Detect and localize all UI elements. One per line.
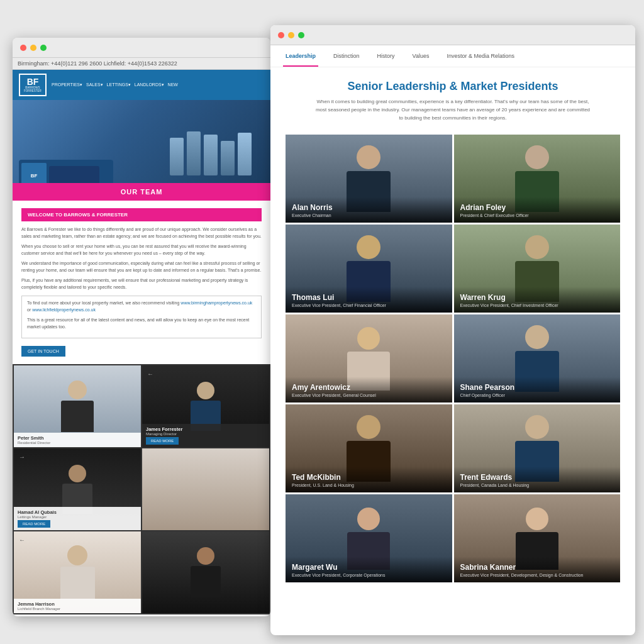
nav-landlords[interactable]: LANDLORDS▾	[135, 82, 164, 87]
right-browser-chrome	[270, 25, 635, 45]
jemma-info: Jemma Harrison Lichfield Branch Manager	[14, 599, 141, 613]
team-card-person6	[142, 531, 269, 613]
team-card-warren-krug[interactable]: Warren Krug Executive Vice President, Ch…	[454, 225, 621, 313]
ted-role: President, U.S. Land & Housing	[292, 483, 446, 487]
team-card-adrian-foley[interactable]: Adrian Foley President & Chief Executive…	[454, 135, 621, 223]
nav-tab-values[interactable]: Values	[410, 45, 432, 67]
logo-text: BF	[27, 77, 39, 86]
shane-name: Shane Pearson	[460, 383, 614, 392]
team-card-thomas-lui[interactable]: Thomas Lui Executive Vice President, Chi…	[286, 225, 452, 313]
james-forrester-title: Managing Director	[146, 432, 265, 436]
alan-norris-overlay: Alan Norris Executive Chairman	[286, 197, 452, 223]
margaret-name: Margaret Wu	[292, 563, 446, 572]
left-browser: Birmingham: +44(0)121 296 2600 Lichfield…	[13, 38, 270, 616]
adrian-foley-role: President & Chief Executive Officer	[460, 213, 614, 218]
nav-links: PROPERTIES▾ SALES▾ LETTINGS▾ LANDLORDS▾ …	[52, 82, 178, 87]
trent-name: Trent Edwards	[460, 473, 614, 482]
nav-tab-investor[interactable]: Investor & Media Relations	[444, 45, 517, 67]
team-card-ted-mckibbin[interactable]: Ted McKibbin President, U.S. Land & Hous…	[286, 404, 452, 492]
james-read-more-button[interactable]: READ MORE	[146, 437, 179, 445]
page-title: Senior Leadership & Market Presidents	[286, 80, 620, 93]
team-card-margaret-wu[interactable]: Margaret Wu Executive Vice President, Co…	[286, 494, 452, 582]
margaret-overlay: Margaret Wu Executive Vice President, Co…	[286, 557, 452, 582]
team-card-james-forrester: ← James Forrester Managing Director READ…	[142, 365, 269, 447]
get-in-touch-button[interactable]: GET IN TOUCH	[21, 346, 65, 357]
right-team-grid: Alan Norris Executive Chairman Adrian Fo…	[286, 135, 620, 582]
hamad-title: Lettings Manager	[18, 515, 137, 519]
sabrina-overlay: Sabrina Kanner Executive Vice President,…	[454, 557, 621, 582]
sabrina-name: Sabrina Kanner	[460, 563, 614, 572]
jemma-name: Jemma Harrison	[18, 601, 137, 607]
thomas-lui-overlay: Thomas Lui Executive Vice President, Chi…	[286, 287, 452, 313]
warren-krug-role: Executive Vice President, Chief Investme…	[460, 303, 614, 308]
left-navbar: BF BARROWS FORRESTER PROPERTIES▾ SALES▾ …	[13, 70, 270, 100]
trent-overlay: Trent Edwards President, Canada Land & H…	[454, 467, 621, 492]
notice-text-1: To find out more about your local proper…	[27, 300, 256, 313]
right-content-area: Senior Leadership & Market Presidents Wh…	[270, 67, 635, 627]
thomas-lui-name: Thomas Lui	[292, 293, 446, 302]
james-forrester-name: James Forrester	[146, 426, 265, 432]
right-close-icon[interactable]	[278, 32, 284, 38]
nav-lettings[interactable]: LETTINGS▾	[107, 82, 131, 87]
hamad-info: Hamad Al Qubais Lettings Manager READ MO…	[14, 507, 141, 530]
right-maximize-icon[interactable]	[298, 32, 304, 38]
amy-name: Amy Arentowicz	[292, 383, 446, 392]
address-text: Birmingham: +44(0)121 296 2600 Lichfield…	[18, 60, 265, 67]
trent-role: President, Canada Land & Housing	[460, 483, 614, 487]
nav-tab-distinction[interactable]: Distinction	[331, 45, 362, 67]
shane-role: Chief Operating Officer	[460, 393, 614, 397]
adrian-foley-overlay: Adrian Foley President & Chief Executive…	[454, 197, 621, 223]
team-card-trent-edwards[interactable]: Trent Edwards President, Canada Land & H…	[454, 404, 621, 492]
notice-box: To find out more about your local proper…	[21, 296, 262, 338]
peter-smith-title: Residential Director	[18, 441, 137, 445]
arrow-left-jemma[interactable]: ←	[19, 536, 25, 543]
left-team-grid: Peter Smith Residential Director ← James…	[13, 364, 270, 614]
arrow-right-hamad[interactable]: →	[19, 453, 25, 460]
minimize-icon[interactable]	[30, 45, 36, 51]
right-browser: Leadership Distinction History Values In…	[270, 25, 635, 635]
ted-name: Ted McKibbin	[292, 473, 446, 482]
arrow-left-james[interactable]: ←	[147, 370, 153, 377]
alan-norris-name: Alan Norris	[292, 203, 446, 212]
nav-properties[interactable]: PROPERTIES▾	[52, 82, 82, 87]
margaret-role: Executive Vice President, Corporate Oper…	[292, 573, 446, 577]
team-card-sabrina-kanner[interactable]: Sabrina Kanner Executive Vice President,…	[454, 494, 621, 582]
team-card-alan-norris[interactable]: Alan Norris Executive Chairman	[286, 135, 452, 223]
team-card-jemma: ← Jemma Harrison Lichfield Branch Manage…	[14, 531, 141, 613]
team-card-shane-pearson[interactable]: Shane Pearson Chief Operating Officer	[454, 314, 621, 402]
notice-text-2: This is a great resource for all of the …	[27, 317, 256, 330]
peter-smith-info: Peter Smith Residential Director	[14, 433, 141, 447]
thomas-lui-role: Executive Vice President, Chief Financia…	[292, 303, 446, 308]
alan-norris-role: Executive Chairman	[292, 213, 446, 218]
james-forrester-info: James Forrester Managing Director READ M…	[142, 424, 269, 447]
maximize-icon[interactable]	[40, 45, 47, 51]
nav-tab-leadership[interactable]: Leadership	[283, 45, 318, 67]
notice-link-2[interactable]: www.lichfieldpropertynews.co.uk	[32, 308, 96, 312]
nav-sales[interactable]: SALES▾	[86, 82, 103, 87]
team-card-amy-arentowicz[interactable]: Amy Arentowicz Executive Vice President,…	[286, 314, 452, 402]
body-text-3: We understand the importance of good com…	[21, 260, 262, 274]
hamad-read-more-button[interactable]: READ MORE	[18, 520, 50, 528]
close-icon[interactable]	[20, 45, 26, 51]
body-text-1: At Barrows & Forrester we like to do thi…	[21, 226, 262, 240]
hamad-name: Hamad Al Qubais	[18, 509, 137, 515]
nav-tab-history[interactable]: History	[375, 45, 397, 67]
address-bar: Birmingham: +44(0)121 296 2600 Lichfield…	[13, 58, 270, 70]
left-browser-chrome	[13, 38, 270, 58]
body-text-2: When you choose to sell or rent your hom…	[21, 243, 262, 257]
welcome-banner: WELCOME TO BARROWS & FORRESTER	[21, 208, 262, 221]
shane-overlay: Shane Pearson Chief Operating Officer	[454, 377, 621, 402]
right-minimize-icon[interactable]	[288, 32, 294, 38]
left-content-area: WELCOME TO BARROWS & FORRESTER At Barrow…	[13, 201, 270, 364]
logo-sub: BARROWS FORRESTER	[20, 86, 45, 93]
nav-new[interactable]: NEW	[168, 82, 178, 87]
notice-link-1[interactable]: www.birminghampropertynews.co.uk	[180, 301, 252, 305]
barrows-logo: BF BARROWS FORRESTER	[19, 74, 47, 96]
sabrina-role: Executive Vice President, Development, D…	[460, 573, 614, 577]
team-card-empty	[142, 448, 269, 530]
amy-overlay: Amy Arentowicz Executive Vice President,…	[286, 377, 452, 402]
amy-role: Executive Vice President, General Counse…	[292, 393, 446, 397]
peter-smith-name: Peter Smith	[18, 435, 137, 441]
warren-krug-name: Warren Krug	[460, 293, 614, 302]
jemma-title: Lichfield Branch Manager	[18, 607, 137, 611]
